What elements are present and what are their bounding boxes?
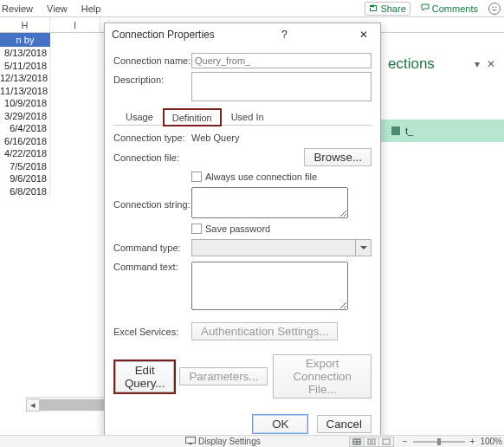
tab-view[interactable]: View xyxy=(47,3,68,14)
parameters-button[interactable]: Parameters... xyxy=(179,367,268,385)
cancel-button[interactable]: Cancel xyxy=(317,415,372,433)
tab-review[interactable]: Review xyxy=(2,3,33,14)
ok-button[interactable]: OK xyxy=(252,414,308,434)
cell[interactable]: 3/29/2018 xyxy=(0,110,50,123)
connection-string-input xyxy=(191,187,348,218)
col-i[interactable]: I xyxy=(50,17,100,32)
display-settings-label: Display Settings xyxy=(198,437,261,446)
excel-services-label: Excel Services: xyxy=(113,327,191,337)
dialog-title: Connection Properties xyxy=(112,29,215,41)
table-header[interactable]: n by xyxy=(0,33,50,47)
always-use-checkbox[interactable] xyxy=(191,172,202,182)
dialog-help-icon[interactable]: ? xyxy=(276,29,293,41)
cell[interactable]: 7/5/2018 xyxy=(0,160,50,173)
command-type-select[interactable] xyxy=(191,239,372,256)
command-type-label: Command type: xyxy=(113,243,191,253)
share-label: Share xyxy=(380,3,405,14)
svg-rect-3 xyxy=(189,444,192,444)
connection-string-label: Connection string: xyxy=(113,187,191,210)
display-settings-button[interactable]: Display Settings xyxy=(185,437,261,446)
connection-name-input[interactable]: Query_from_ xyxy=(191,53,372,68)
view-page-layout-icon[interactable] xyxy=(364,437,379,447)
cell[interactable]: 12/13/2018 xyxy=(0,72,50,85)
zoom-slider[interactable] xyxy=(413,441,465,443)
display-icon xyxy=(185,437,196,446)
cell[interactable]: 11/13/2018 xyxy=(0,85,50,98)
cell[interactable]: 8/13/2018 xyxy=(0,47,50,60)
edit-query-highlight: Edit Query... xyxy=(113,360,176,394)
zoom-percent[interactable]: 100% xyxy=(480,437,502,446)
command-text-input xyxy=(191,262,348,310)
cell[interactable]: 6/16/2018 xyxy=(0,135,50,148)
cell[interactable]: 10/9/2018 xyxy=(0,97,50,110)
feedback-icon[interactable] xyxy=(488,3,501,15)
pane-close-icon[interactable]: ✕ xyxy=(483,58,499,70)
svg-rect-7 xyxy=(368,439,371,444)
command-text-label: Command text: xyxy=(113,262,191,272)
svg-rect-9 xyxy=(383,439,390,444)
cell[interactable]: 5/11/2018 xyxy=(0,60,50,73)
svg-point-1 xyxy=(495,6,497,8)
save-password-label: Save password xyxy=(205,224,270,234)
zoom-thumb[interactable] xyxy=(437,438,441,445)
auth-settings-button[interactable]: Authentication Settings... xyxy=(191,322,338,340)
tab-used-in[interactable]: Used In xyxy=(223,108,273,125)
share-icon xyxy=(369,3,378,14)
save-password-checkbox[interactable] xyxy=(191,224,202,234)
comment-icon xyxy=(421,3,430,14)
browse-button[interactable]: Browse... xyxy=(304,148,372,166)
description-label: Description: xyxy=(113,72,191,85)
svg-rect-8 xyxy=(372,439,375,444)
view-page-break-icon[interactable] xyxy=(378,437,394,447)
connection-name-label: Connection name: xyxy=(113,53,191,66)
connection-type-icon xyxy=(391,126,400,135)
tab-usage[interactable]: Usage xyxy=(117,108,162,125)
connection-properties-dialog: Connection Properties ? ✕ Connection nam… xyxy=(104,23,381,444)
share-button[interactable]: Share xyxy=(365,2,410,16)
export-button[interactable]: Export Connection File... xyxy=(273,354,372,398)
tab-definition[interactable]: Definition xyxy=(164,109,221,126)
svg-point-0 xyxy=(492,6,494,8)
edit-query-button[interactable]: Edit Query... xyxy=(115,361,174,392)
pane-item-label: t_ xyxy=(405,126,413,136)
comments-label: Comments xyxy=(432,3,478,14)
chevron-down-icon xyxy=(355,240,371,256)
cell[interactable]: 4/22/2018 xyxy=(0,147,50,160)
comments-button[interactable]: Comments xyxy=(417,3,481,15)
cell[interactable]: 9/6/2018 xyxy=(0,172,50,185)
col-h[interactable]: H xyxy=(0,17,50,32)
connection-type-label: Connection type: xyxy=(113,133,191,143)
tab-help[interactable]: Help xyxy=(81,3,101,14)
connections-pane: ections ▾ ✕ t_ xyxy=(381,54,504,411)
cell[interactable]: 6/4/2018 xyxy=(0,122,50,135)
always-use-label: Always use connection file xyxy=(205,172,317,182)
zoom-out-button[interactable]: − xyxy=(403,437,408,446)
view-normal-icon[interactable] xyxy=(349,437,365,447)
pane-selected-item[interactable]: t_ xyxy=(381,120,504,142)
pane-menu-icon[interactable]: ▾ xyxy=(471,58,483,70)
svg-rect-2 xyxy=(186,437,196,444)
scroll-left-icon[interactable]: ◂ xyxy=(26,398,40,411)
cell[interactable]: 6/8/2018 xyxy=(0,185,50,198)
zoom-in-button[interactable]: + xyxy=(470,437,475,446)
dialog-close-icon[interactable]: ✕ xyxy=(354,29,373,41)
description-input[interactable] xyxy=(191,72,372,101)
connection-file-label: Connection file: xyxy=(113,152,191,163)
connection-type-value: Web Query xyxy=(191,133,239,143)
pane-title: ections xyxy=(388,55,471,73)
